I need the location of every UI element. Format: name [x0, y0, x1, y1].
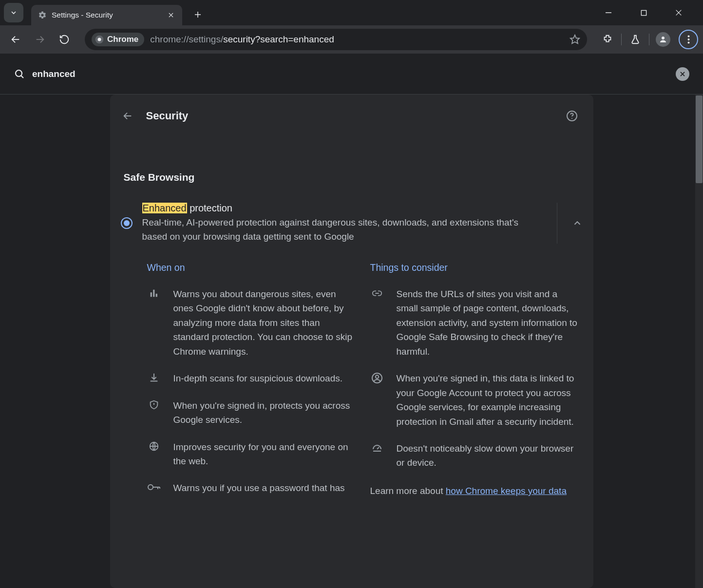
url-text: chrome://settings/security?search=enhanc…: [150, 34, 564, 45]
svg-point-17: [16, 70, 22, 76]
window-controls: [598, 2, 699, 23]
enhanced-protection-radio[interactable]: [121, 217, 133, 229]
extensions-button[interactable]: [597, 29, 618, 50]
svg-point-14: [687, 36, 689, 38]
bullet-row: In-depth scans for suspicious downloads.: [147, 371, 357, 385]
svg-rect-26: [155, 294, 157, 297]
forward-button[interactable]: [29, 29, 51, 50]
menu-button[interactable]: [679, 30, 698, 49]
bullet-text: Warns you about dangerous sites, even on…: [173, 287, 357, 359]
star-icon[interactable]: [570, 34, 580, 45]
tab-title: Settings - Security: [52, 11, 162, 19]
bullet-row: Warns you about dangerous sites, even on…: [147, 287, 357, 359]
chrome-chip-label: Chrome: [107, 35, 138, 44]
enhanced-protection-option: Enhanced protection Real-time, AI-powere…: [110, 197, 593, 249]
toolbar: Chrome chrome://settings/security?search…: [0, 25, 703, 54]
option-title: Enhanced protection: [142, 203, 545, 214]
bar-chart-icon: [147, 287, 161, 359]
settings-back-button[interactable]: [119, 107, 136, 125]
download-icon: [147, 371, 161, 385]
option-body: Enhanced protection Real-time, AI-powere…: [142, 203, 545, 244]
things-column: Things to consider Sends the URLs of sit…: [370, 262, 580, 508]
bullet-row: Warns you if you use a password that has: [147, 481, 357, 495]
clear-search-button[interactable]: [676, 67, 689, 81]
things-heading: Things to consider: [370, 262, 580, 273]
bullet-text: When you're signed in, this data is link…: [397, 371, 580, 429]
svg-line-18: [21, 76, 23, 78]
plus-icon: [193, 10, 202, 19]
reload-icon: [59, 34, 70, 45]
url-prefix: chrome://settings/: [150, 34, 223, 44]
page-title: Security: [146, 110, 554, 122]
close-icon: [679, 71, 686, 77]
chrome-icon: [95, 35, 104, 44]
search-highlight: Enhanced: [142, 203, 187, 213]
svg-point-16: [687, 42, 689, 44]
arrow-left-icon: [122, 111, 133, 121]
separator: [649, 34, 649, 45]
gear-icon: [38, 11, 47, 19]
settings-search-input[interactable]: [32, 69, 676, 79]
search-icon: [14, 68, 25, 80]
omnibox[interactable]: Chrome chrome://settings/security?search…: [85, 29, 587, 50]
new-tab-button[interactable]: [189, 6, 207, 23]
scrollbar[interactable]: [695, 95, 703, 588]
svg-point-23: [571, 118, 572, 119]
learn-more-link[interactable]: how Chrome keeps your data: [446, 486, 567, 496]
reload-button[interactable]: [54, 29, 75, 50]
svg-rect-24: [150, 292, 152, 297]
when-on-heading: When on: [147, 262, 357, 273]
learn-more-prefix: Learn more about: [370, 486, 446, 496]
titlebar: Settings - Security: [0, 0, 703, 25]
account-icon: [370, 371, 384, 429]
url-path: security?search=enhanced: [223, 34, 334, 44]
safe-browsing-heading: Safe Browsing: [110, 130, 593, 197]
tab-close-button[interactable]: [167, 11, 175, 19]
svg-point-11: [98, 38, 101, 41]
person-icon: [659, 35, 667, 44]
help-button[interactable]: [564, 108, 580, 124]
svg-rect-25: [153, 290, 154, 297]
maximize-button[interactable]: [633, 2, 654, 23]
learn-more: Learn more about how Chrome keeps your d…: [370, 483, 580, 496]
bullet-text: Sends the URLs of sites you visit and a …: [397, 287, 580, 359]
link-icon: [370, 287, 384, 359]
close-icon: [168, 12, 174, 19]
search-tabs-button[interactable]: [4, 3, 23, 22]
settings-card: Security Safe Browsing Enhanced protecti…: [110, 95, 593, 588]
browser-tab[interactable]: Settings - Security: [31, 5, 182, 25]
bullet-row: When you're signed in, protects you acro…: [147, 398, 357, 427]
svg-point-15: [687, 38, 689, 40]
back-button[interactable]: [5, 29, 26, 50]
kebab-icon: [687, 35, 690, 44]
chrome-chip: Chrome: [92, 33, 144, 46]
globe-icon: [147, 440, 161, 469]
scrollbar-thumb[interactable]: [696, 95, 703, 183]
when-on-column: When on Warns you about dangerous sites,…: [147, 262, 357, 508]
profile-button[interactable]: [652, 29, 674, 50]
collapse-button[interactable]: [572, 218, 583, 228]
separator: [621, 34, 622, 45]
arrow-left-icon: [10, 34, 21, 45]
chevron-up-icon: [572, 218, 583, 228]
arrow-right-icon: [35, 34, 45, 45]
key-icon: [147, 481, 161, 495]
labs-button[interactable]: [625, 29, 646, 50]
bullet-text: Warns you if you use a password that has: [173, 481, 345, 495]
content-viewport: Security Safe Browsing Enhanced protecti…: [0, 95, 703, 588]
bullet-text: Improves security for you and everyone o…: [173, 440, 357, 469]
close-window-button[interactable]: [668, 2, 689, 23]
svg-point-28: [148, 485, 153, 490]
extension-icon: [602, 34, 613, 45]
avatar: [656, 32, 670, 47]
settings-searchbar: [0, 54, 703, 95]
bullet-text: In-depth scans for suspicious downloads.: [173, 371, 342, 385]
bullet-row: Sends the URLs of sites you visit and a …: [370, 287, 580, 359]
speed-icon: [370, 441, 384, 470]
svg-marker-12: [570, 35, 579, 43]
help-icon: [566, 110, 578, 122]
option-title-rest: protection: [187, 203, 232, 213]
shield-icon: [147, 398, 161, 427]
minimize-button[interactable]: [598, 2, 619, 23]
radio-dot: [124, 220, 130, 226]
